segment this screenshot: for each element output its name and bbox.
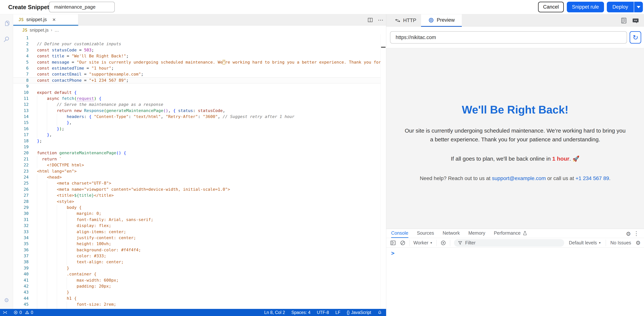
code-line[interactable]: 2// Define your customizable inputs [13, 41, 380, 47]
console-filter-input[interactable]: Filter [454, 239, 564, 247]
discord-icon[interactable] [632, 17, 639, 24]
devtools-kebab-menu-icon[interactable]: ⋮ [634, 230, 639, 237]
devtools-tab-memory[interactable]: Memory [468, 229, 485, 238]
code-line[interactable]: 28 <style> [13, 199, 380, 205]
code-line[interactable]: 23<html lang="en"> [13, 168, 380, 174]
code-line[interactable]: 12 // Serve the maintenance page as a re… [13, 102, 380, 108]
code-line[interactable]: 37 color: #333; [13, 253, 380, 259]
code-line[interactable]: 20function generateMaintenancePage() { [13, 150, 380, 156]
code-line[interactable]: 32 display: flex; [13, 223, 380, 229]
code-line[interactable]: 1 [13, 35, 380, 41]
worker-context-dropdown[interactable]: Worker ▼ [414, 240, 433, 245]
devtools-tab-performance[interactable]: Performance [494, 229, 527, 238]
console-output[interactable]: > [386, 247, 644, 316]
settings-gear-icon[interactable]: ⚙ [2, 296, 11, 304]
code-line[interactable]: 11 async fetch(request) { [13, 96, 380, 102]
code-line[interactable]: 16 }); [13, 126, 380, 132]
search-icon[interactable] [2, 35, 11, 43]
code-line[interactable]: 46 color: #0056b3 [13, 307, 380, 309]
language-mode-indicator[interactable]: {} JavaScript [347, 310, 371, 315]
code-line[interactable]: 30 margin: 0; [13, 211, 380, 216]
code-line[interactable]: 15 }, [13, 120, 380, 126]
no-issues-label[interactable]: No Issues [610, 240, 631, 245]
split-editor-icon[interactable] [368, 17, 373, 23]
code-editor[interactable]: 12// Define your customizable inputs3con… [13, 35, 386, 309]
live-expression-eye-icon[interactable] [440, 240, 446, 246]
code-line[interactable]: 33 align-items: center; [13, 229, 380, 235]
code-line[interactable]: 7const contactEmail = "support@example.c… [13, 71, 380, 77]
notifications-bell-icon[interactable] [378, 310, 382, 315]
console-prompt-chevron[interactable]: > [391, 250, 394, 256]
console-settings-gear-icon[interactable]: ⚙ [636, 239, 641, 246]
phone-link[interactable]: +1 234 567 89 [576, 175, 609, 181]
code-line[interactable]: 27 <title>${title}</title> [13, 192, 380, 198]
docs-book-icon[interactable] [620, 17, 627, 24]
code-line[interactable]: 43 } [13, 289, 380, 295]
code-line[interactable]: 29 body { [13, 205, 380, 211]
cursor-position-indicator[interactable]: Ln 8, Col 2 [264, 310, 285, 315]
files-icon[interactable] [2, 20, 11, 28]
devtools-tab-network[interactable]: Network [442, 229, 460, 238]
clear-console-icon[interactable] [400, 240, 406, 246]
code-line[interactable]: 36 background-color: #f4f4f4; [13, 247, 380, 253]
code-line[interactable]: 13 return new Response(generateMaintenan… [13, 108, 380, 114]
snippet-name-input[interactable] [49, 2, 115, 12]
code-line[interactable]: 42 padding: 20px; [13, 283, 380, 289]
encoding-indicator[interactable]: UTF-8 [317, 310, 329, 315]
code-line[interactable]: 4const title = "We'll Be Right Back!"; [13, 53, 380, 59]
code-line[interactable]: 6const estimatedTime = "1 hour"; [13, 65, 380, 71]
close-icon[interactable]: × [52, 17, 56, 23]
indent-guide [67, 235, 67, 241]
code-line[interactable]: 17 }, [13, 132, 380, 138]
support-email-link[interactable]: support@example.com [492, 175, 546, 181]
code-line[interactable]: 40 .container { [13, 271, 380, 277]
code-line[interactable]: 5const message = "Our site is currently … [13, 59, 380, 65]
code-line[interactable]: 45 font-size: 2rem; [13, 301, 380, 307]
code-line[interactable]: 24 <head> [13, 174, 380, 180]
more-actions-icon[interactable]: ⋯ [378, 17, 384, 23]
code-line[interactable]: 21 return ` [13, 156, 380, 162]
code-line[interactable]: 25 <meta charset="UTF-8"> [13, 180, 380, 186]
breadcrumb-file[interactable]: snippet.js [30, 28, 48, 33]
code-line[interactable]: 22 <!DOCTYPE html> [13, 162, 380, 168]
code-line[interactable]: 44 h1 { [13, 295, 380, 301]
code-line[interactable]: 8const contactPhone = "+1 234 567 89"; [13, 77, 380, 83]
console-sidebar-toggle-icon[interactable] [390, 240, 396, 246]
code-line[interactable]: 26 <meta name="viewport" content="width=… [13, 186, 380, 192]
code-line[interactable]: 34 justify-content: center; [13, 235, 380, 241]
breadcrumb[interactable]: JS snippet.js › … [13, 26, 386, 35]
tab-preview[interactable]: Preview [421, 14, 462, 27]
snippet-rule-button[interactable]: Snippet rule [567, 2, 604, 12]
code-line[interactable]: 39 } [13, 265, 380, 271]
code-line[interactable]: 35 height: 100vh; [13, 241, 380, 247]
code-line[interactable]: 31 font-family: Arial, sans-serif; [13, 217, 380, 223]
code-line[interactable]: 41 max-width: 600px; [13, 277, 380, 283]
code-token: status [178, 108, 193, 113]
default-levels-dropdown[interactable]: Default levels ▼ [569, 240, 601, 245]
devtools-settings-gear-icon[interactable]: ⚙ [626, 230, 631, 237]
deploy-button[interactable]: Deploy [607, 2, 634, 12]
refresh-button[interactable]: ↻ [630, 31, 641, 44]
code-token: = [76, 48, 84, 52]
code-line[interactable]: 38 text-align: center; [13, 259, 380, 265]
code-line[interactable]: 18}; [13, 138, 380, 144]
problems-indicator[interactable]: 0 0 [14, 310, 33, 315]
code-line[interactable]: 19 [13, 144, 380, 150]
cancel-button[interactable]: Cancel [538, 2, 564, 12]
preview-url-input[interactable] [390, 31, 627, 44]
code-line[interactable]: 9 [13, 83, 380, 89]
tab-snippet-js[interactable]: JS snippet.js × [13, 14, 78, 26]
tab-http[interactable]: HTTP [392, 14, 420, 27]
code-line[interactable]: 3const statusCode = 503; [13, 47, 380, 53]
deploy-dropdown-button[interactable] [634, 2, 643, 12]
code-line[interactable]: 10export default { [13, 90, 380, 96]
devtools-tab-console[interactable]: Console [391, 229, 408, 238]
devtools-tab-sources[interactable]: Sources [417, 229, 434, 238]
code-line[interactable]: 14 headers: { "Content-Type": "text/html… [13, 114, 380, 120]
eol-indicator[interactable]: LF [335, 310, 340, 315]
indentation-indicator[interactable]: Spaces: 4 [291, 310, 310, 315]
remote-indicator-icon[interactable] [2, 310, 8, 315]
indent-guide [37, 235, 37, 241]
editor-scrollbar[interactable] [380, 35, 386, 309]
breadcrumb-more[interactable]: … [54, 28, 59, 33]
